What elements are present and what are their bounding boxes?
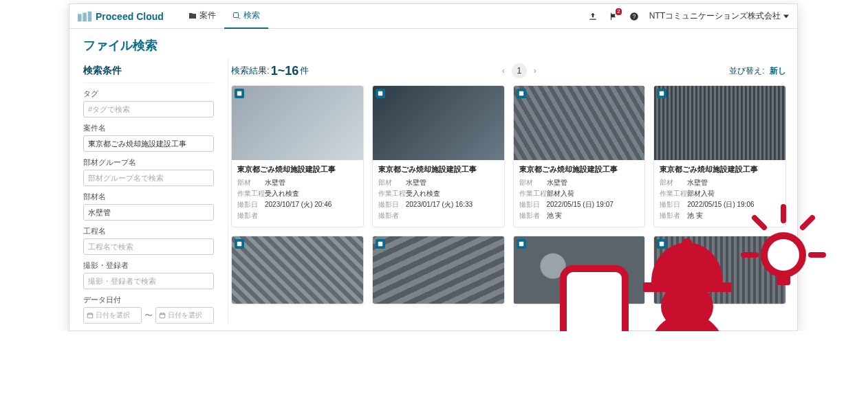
result-card[interactable] (231, 236, 364, 304)
thumbnail (373, 86, 504, 160)
brand-icon (78, 11, 93, 22)
image-type-icon (657, 239, 666, 249)
sort-value: 新し (770, 66, 786, 76)
tag-input[interactable] (83, 101, 214, 117)
meta-val-process: 受入れ検査 (265, 188, 299, 199)
date-from-input[interactable]: 日付を選択 (83, 307, 142, 324)
svg-rect-11 (660, 91, 664, 96)
part-input[interactable] (83, 204, 214, 221)
group-label: 部材グループ名 (83, 157, 214, 168)
svg-rect-0 (78, 14, 82, 21)
meta-key-author: 撮影者 (237, 210, 265, 221)
image-type-icon (235, 89, 244, 98)
meta-val-part: 水壁管 (547, 177, 567, 188)
svg-rect-13 (378, 242, 382, 246)
meta-key-date: 撮影日 (519, 199, 547, 210)
thumbnail (514, 236, 645, 304)
thumbnail (373, 236, 504, 304)
result-card[interactable]: 東京都ごみ焼却施設建設工事 部材水壁管 作業工程受入れ検査 撮影日2023/10… (231, 85, 364, 227)
svg-rect-2 (88, 11, 92, 21)
results-unit: 件 (300, 65, 309, 77)
notif-badge: 2 (616, 8, 621, 15)
calendar-icon (87, 312, 94, 319)
card-body: 東京都ごみ焼却施設建設工事 部材水壁管 作業工程受入れ検査 撮影日2023/01… (373, 160, 504, 227)
svg-rect-9 (378, 91, 382, 96)
meta-val-process: 受入れ検査 (406, 188, 440, 199)
image-type-icon (657, 89, 666, 98)
author-input[interactable] (83, 273, 214, 289)
date-to-input[interactable]: 日付を選択 (155, 307, 214, 324)
image-type-icon (376, 239, 385, 249)
meta-key-author: 撮影者 (378, 210, 406, 221)
tab-search[interactable]: 検索 (224, 4, 268, 29)
sort-selector[interactable]: 並び替え: 新し (729, 65, 786, 77)
svg-rect-3 (233, 12, 238, 17)
meta-key-part: 部材 (519, 177, 547, 188)
meta-key-date: 撮影日 (660, 199, 687, 210)
topbar: Proceed Cloud 案件 検索 2 ? NTT (69, 4, 797, 29)
project-input[interactable] (83, 135, 214, 152)
results-label: 検索結果: (231, 65, 270, 77)
upload-icon (588, 12, 598, 21)
result-card[interactable] (372, 236, 505, 304)
brand-name: Proceed Cloud (96, 11, 164, 22)
tab-search-label: 検索 (243, 10, 260, 21)
card-body: 東京都ごみ焼却施設建設工事 部材水壁管 作業工程部材入荷 撮影日2022/05/… (654, 160, 785, 227)
result-card[interactable] (513, 236, 646, 304)
thumbnail (514, 86, 645, 160)
image-type-icon (376, 89, 385, 98)
pager-next[interactable]: › (534, 66, 536, 76)
help-button[interactable]: ? (629, 11, 640, 22)
tab-cases[interactable]: 案件 (180, 4, 224, 29)
meta-val-part: 水壁管 (406, 177, 426, 188)
svg-rect-8 (237, 91, 241, 96)
date-separator: 〜 (144, 310, 153, 322)
svg-rect-6 (87, 313, 93, 318)
date-label: データ日付 (83, 295, 214, 305)
group-input[interactable] (83, 170, 214, 186)
folder-icon (188, 12, 197, 20)
date-to-placeholder: 日付を選択 (168, 311, 202, 320)
meta-key-date: 撮影日 (378, 199, 406, 210)
process-label: 工程名 (83, 226, 214, 236)
thumbnail (654, 236, 785, 304)
thumbnail (654, 86, 785, 160)
help-icon: ? (629, 12, 639, 21)
meta-val-part: 水壁管 (687, 177, 708, 188)
result-card[interactable]: 東京都ごみ焼却施設建設工事 部材水壁管 作業工程部材入荷 撮影日2022/05/… (653, 85, 786, 227)
meta-key-part: 部材 (660, 177, 687, 188)
result-card[interactable]: 東京都ごみ焼却施設建設工事 部材水壁管 作業工程受入れ検査 撮影日2023/01… (372, 85, 505, 227)
image-type-icon (235, 239, 244, 249)
org-name: NTTコミュニケーションズ株式会社 (649, 10, 781, 22)
calendar-icon (159, 312, 166, 319)
meta-key-process: 作業工程 (237, 188, 265, 199)
result-card[interactable] (653, 236, 786, 304)
results-area: 検索結果: 1~16 件 ‹ 1 › 並び替え: 新し (228, 59, 797, 324)
tag-label: タグ (83, 89, 214, 99)
process-input[interactable] (83, 238, 214, 255)
app-window: Proceed Cloud 案件 検索 2 ? NTT (69, 3, 798, 331)
result-card[interactable]: 東京都ごみ焼却施設建設工事 部材水壁管 作業工程部材入荷 撮影日2022/05/… (513, 85, 646, 227)
svg-text:?: ? (632, 13, 636, 19)
meta-key-author: 撮影者 (660, 210, 687, 221)
org-selector[interactable]: NTTコミュニケーションズ株式会社 (649, 10, 789, 22)
svg-rect-14 (519, 242, 523, 246)
meta-val-date: 2022/05/15 (日) 19:07 (547, 199, 614, 210)
svg-rect-15 (660, 242, 664, 246)
pager-prev[interactable]: ‹ (502, 66, 505, 76)
date-from-placeholder: 日付を選択 (96, 311, 130, 320)
svg-line-26 (803, 218, 812, 227)
notifications-button[interactable]: 2 (608, 11, 619, 22)
brand-logo[interactable]: Proceed Cloud (78, 11, 164, 22)
results-grid: 東京都ごみ焼却施設建設工事 部材水壁管 作業工程受入れ検査 撮影日2023/10… (231, 85, 786, 304)
meta-val-author: 池 実 (547, 210, 563, 221)
meta-key-author: 撮影者 (519, 210, 547, 221)
pager-page-1[interactable]: 1 (512, 63, 527, 78)
card-title: 東京都ごみ焼却施設建設工事 (237, 164, 358, 175)
main-tabs: 案件 検索 (180, 4, 268, 29)
meta-key-process: 作業工程 (660, 188, 687, 199)
card-title: 東京都ごみ焼却施設建設工事 (378, 164, 499, 175)
upload-button[interactable] (587, 11, 598, 22)
part-label: 部材名 (83, 192, 214, 202)
search-tab-icon (232, 12, 241, 20)
